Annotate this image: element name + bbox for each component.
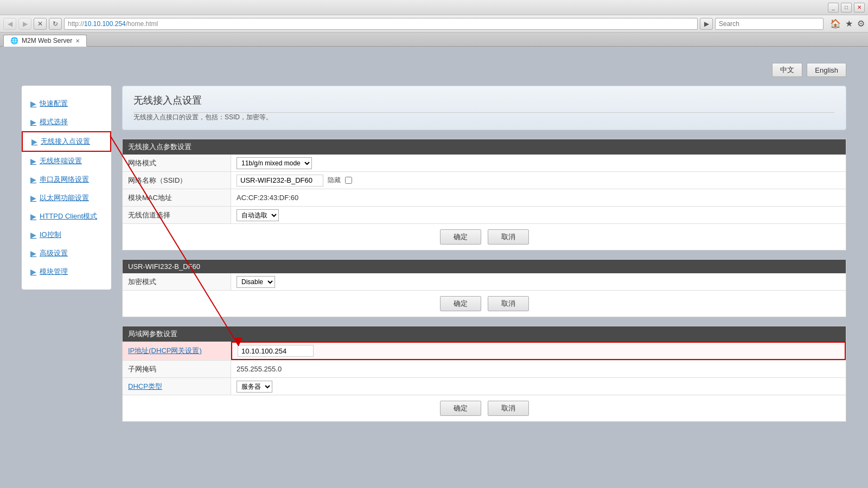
sidebar-item-advanced[interactable]: 高级设置 — [22, 244, 111, 262]
address-bar[interactable]: http://10.10.100.254/home.html — [64, 18, 698, 30]
star-icon[interactable]: ★ — [845, 18, 853, 29]
dhcp-type-label: DHCP类型 — [123, 378, 231, 395]
page-header: 无线接入点设置 无线接入点接口的设置，包括：SSID，加密等。 — [122, 86, 846, 130]
channel-value: 自动选取 123 456 — [231, 207, 846, 223]
window-controls[interactable]: _ □ ✕ — [828, 3, 865, 12]
arrow-icon-wireless-ap — [31, 137, 37, 146]
sidebar-label-wireless-ap: 无线接入点设置 — [41, 137, 90, 146]
tab-favicon: 🌐 — [10, 37, 18, 44]
encryption-header: USR-WIFI232-B_DF60 — [123, 260, 846, 273]
back-button[interactable]: ◀ — [3, 18, 16, 30]
browser-icons: 🏠 ★ ⚙ — [830, 18, 865, 29]
encryption-section: USR-WIFI232-B_DF60 加密模式 Disable WEP WPA … — [122, 259, 846, 317]
ssid-label: 网络名称（SSID） — [123, 172, 231, 189]
dhcp-type-row: DHCP类型 服务器 客户端 禁用 — [123, 378, 846, 395]
channel-row: 无线信道选择 自动选取 123 456 — [123, 207, 846, 224]
encryption-cancel-button[interactable]: 取消 — [488, 296, 529, 311]
channel-select[interactable]: 自动选取 123 456 — [237, 209, 279, 221]
arrow-icon-httpd — [30, 212, 36, 221]
forward-button[interactable]: ▶ — [18, 18, 31, 30]
lan-confirm-button[interactable]: 确定 — [440, 401, 481, 416]
language-switcher: 中文 English — [22, 63, 846, 77]
ap-params-header: 无线接入点参数设置 — [123, 139, 846, 155]
sidebar-item-httpd[interactable]: HTTPD Client模式 — [22, 207, 111, 226]
sidebar-item-wireless-sta[interactable]: 无线终端设置 — [22, 152, 111, 170]
sidebar-label-advanced: 高级设置 — [40, 248, 68, 258]
close-button[interactable]: ✕ — [854, 3, 865, 12]
refresh-button[interactable]: ↻ — [49, 18, 62, 30]
subnet-mask-value: 255.255.255.0 — [231, 361, 846, 377]
subnet-mask-text: 255.255.255.0 — [237, 365, 282, 373]
sidebar-label-quickconfig: 快速配置 — [40, 99, 68, 108]
url-path: /home.html — [126, 20, 158, 28]
url-prefix: http:// — [68, 20, 84, 28]
lan-header: 局域网参数设置 — [123, 326, 846, 342]
arrow-icon-quickconfig — [30, 99, 36, 108]
mac-label: 模块MAC地址 — [123, 189, 231, 206]
english-lang-button[interactable]: English — [807, 63, 846, 77]
network-mode-select[interactable]: 11b/g/n mixed mode 11b only 11g only 11n… — [237, 157, 312, 169]
url-host: 10.10.100.254 — [84, 20, 126, 28]
tab-bar: 🌐 M2M Web Server ✕ — [0, 33, 868, 47]
sidebar-label-modeselect: 模式选择 — [40, 117, 68, 127]
maximize-button[interactable]: □ — [841, 3, 852, 12]
page-title: 无线接入点设置 — [133, 94, 835, 107]
network-mode-row: 网络模式 11b/g/n mixed mode 11b only 11g onl… — [123, 155, 846, 172]
hide-ssid-checkbox[interactable] — [345, 177, 352, 184]
arrow-icon-io — [30, 230, 36, 239]
encryption-buttons: 确定 取消 — [123, 291, 846, 317]
chinese-lang-button[interactable]: 中文 — [772, 63, 802, 77]
mac-address-row: 模块MAC地址 AC:CF:23:43:DF:60 — [123, 189, 846, 207]
minimize-button[interactable]: _ — [828, 3, 839, 12]
arrow-icon-ethernet — [30, 194, 36, 202]
sidebar-item-ethernet[interactable]: 以太网功能设置 — [22, 189, 111, 207]
sidebar-item-module[interactable]: 模块管理 — [22, 262, 111, 281]
lan-cancel-button[interactable]: 取消 — [488, 401, 529, 416]
subnet-mask-label: 子网掩码 — [123, 361, 231, 377]
ap-params-buttons: 确定 取消 — [123, 224, 846, 250]
sidebar-item-io[interactable]: IO控制 — [22, 226, 111, 244]
encryption-mode-row: 加密模式 Disable WEP WPA WPA2 — [123, 273, 846, 291]
arrow-icon-serial-network — [30, 175, 36, 184]
arrow-icon-advanced — [30, 249, 36, 258]
sidebar-label-module: 模块管理 — [40, 267, 68, 277]
mac-value: AC:CF:23:43:DF:60 — [231, 189, 846, 206]
sidebar-label-io: IO控制 — [40, 230, 61, 240]
sidebar-item-serial-network[interactable]: 串口及网络设置 — [22, 170, 111, 189]
go-button[interactable]: ▶ — [700, 18, 713, 30]
search-input[interactable] — [715, 18, 824, 30]
settings-icon[interactable]: ⚙ — [857, 18, 865, 29]
ap-params-confirm-button[interactable]: 确定 — [440, 229, 481, 245]
sidebar-label-ethernet: 以太网功能设置 — [40, 193, 89, 203]
ip-address-row: IP地址(DHCP网关设置) — [123, 342, 846, 361]
ip-address-input[interactable] — [238, 345, 314, 357]
page-description: 无线接入点接口的设置，包括：SSID，加密等。 — [133, 113, 835, 122]
lan-buttons: 确定 取消 — [123, 395, 846, 421]
lan-section: 局域网参数设置 IP地址(DHCP网关设置) 子网掩码 255.255.255.… — [122, 326, 846, 422]
tab-title: M2M Web Server — [22, 37, 72, 44]
stop-button[interactable]: ✕ — [34, 18, 47, 30]
active-tab[interactable]: 🌐 M2M Web Server ✕ — [3, 35, 87, 47]
dhcp-type-select[interactable]: 服务器 客户端 禁用 — [237, 381, 272, 393]
sidebar-item-quickconfig[interactable]: 快速配置 — [22, 94, 111, 113]
ip-address-label: IP地址(DHCP网关设置) — [123, 342, 231, 360]
hide-checkbox-label: 隐藏 — [328, 176, 341, 185]
sidebar: 快速配置 模式选择 无线接入点设置 无线终端设置 串口及网络设置 以太网功能设置 — [22, 86, 111, 290]
sidebar-item-modeselect[interactable]: 模式选择 — [22, 113, 111, 131]
encryption-mode-label: 加密模式 — [123, 273, 231, 290]
home-icon[interactable]: 🏠 — [830, 18, 841, 29]
sidebar-label-wireless-sta: 无线终端设置 — [40, 156, 82, 166]
sidebar-item-wireless-ap[interactable]: 无线接入点设置 — [22, 131, 111, 152]
ap-params-section: 无线接入点参数设置 网络模式 11b/g/n mixed mode 11b on… — [122, 139, 846, 251]
encryption-confirm-button[interactable]: 确定 — [440, 296, 481, 311]
ssid-row: 网络名称（SSID） 隐藏 — [123, 172, 846, 189]
encryption-mode-select[interactable]: Disable WEP WPA WPA2 — [237, 276, 275, 288]
ssid-input[interactable] — [237, 175, 323, 187]
network-mode-value: 11b/g/n mixed mode 11b only 11g only 11n… — [231, 155, 846, 171]
arrow-icon-modeselect — [30, 118, 36, 126]
ap-params-cancel-button[interactable]: 取消 — [488, 229, 529, 245]
content-panel: 无线接入点设置 无线接入点接口的设置，包括：SSID，加密等。 无线接入点参数设… — [122, 86, 846, 472]
tab-close-button[interactable]: ✕ — [75, 38, 80, 44]
sidebar-label-serial-network: 串口及网络设置 — [40, 175, 89, 184]
encryption-mode-value: Disable WEP WPA WPA2 — [231, 273, 846, 290]
